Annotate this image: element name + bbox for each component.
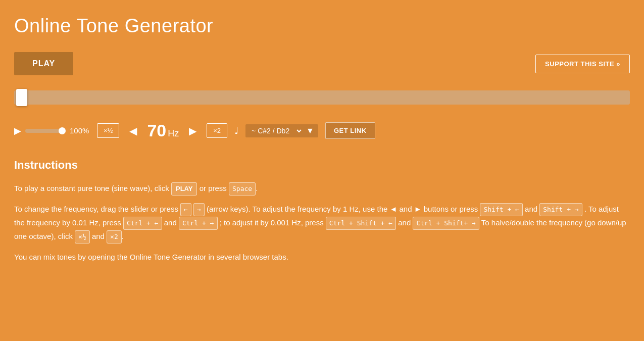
play-button[interactable]: PLAY xyxy=(14,52,73,75)
half-frequency-button[interactable]: ×½ xyxy=(97,123,119,138)
top-controls-row: PLAY SUPPORT THIS SITE » xyxy=(14,52,630,75)
shift-left-key: Shift + ← xyxy=(480,203,522,216)
ctrl-right-key: Ctrl + → xyxy=(179,217,218,230)
right-arrow-key: → xyxy=(193,203,205,216)
decrease-frequency-button[interactable]: ◀ xyxy=(126,123,140,139)
left-arrow-key: ← xyxy=(180,203,191,216)
music-note-icon: ♩ xyxy=(234,125,238,136)
frequency-unit: Hz xyxy=(168,128,179,139)
page-title: Online Tone Generator xyxy=(14,15,630,37)
note-dropdown[interactable]: ~ C#2 / Db2 ~ C2 ~ D2 ~ E2 ~ A4 / 440 Hz xyxy=(250,126,303,135)
support-button[interactable]: SUPPORT THIS SITE » xyxy=(535,55,630,73)
space-key: Space xyxy=(229,182,256,196)
get-link-button[interactable]: GET LINK xyxy=(325,122,375,139)
increase-frequency-button[interactable]: ▶ xyxy=(186,123,200,139)
instructions-section: Instructions To play a constant pure ton… xyxy=(14,159,630,264)
double-inline-key: ×2 xyxy=(107,230,122,243)
instructions-para2: To change the frequency, drag the slider… xyxy=(14,203,630,243)
ctrl-shift-left-key: Ctrl + Shift + ← xyxy=(326,217,396,230)
frequency-slider-container xyxy=(14,90,630,107)
frequency-slider[interactable] xyxy=(14,90,630,105)
instructions-title: Instructions xyxy=(14,159,630,172)
instructions-para1: To play a constant pure tone (sine wave)… xyxy=(14,182,630,196)
frequency-display: 70 Hz xyxy=(147,121,179,140)
play-inline-label: PLAY xyxy=(171,182,197,196)
volume-slider[interactable] xyxy=(25,129,66,133)
double-frequency-button[interactable]: ×2 xyxy=(207,123,227,138)
shift-right-key: Shift + → xyxy=(539,203,582,216)
ctrl-left-key: Ctrl + ← xyxy=(123,217,162,230)
ctrl-shift-right-key: Ctrl + Shift+ → xyxy=(413,217,479,230)
volume-percentage: 100% xyxy=(70,126,90,135)
dropdown-arrow-icon: ▼ xyxy=(306,126,314,135)
controls-row: ▶ 100% ×½ ◀ 70 Hz ▶ ×2 ♩ ~ C#2 / Db2 ~ C… xyxy=(14,121,630,140)
speaker-icon: ▶ xyxy=(14,125,21,136)
instructions-para3: You can mix tones by opening the Online … xyxy=(14,251,630,264)
half-inline-key: ×½ xyxy=(75,230,90,243)
note-select-wrapper: ~ C#2 / Db2 ~ C2 ~ D2 ~ E2 ~ A4 / 440 Hz… xyxy=(245,124,318,137)
frequency-value: 70 xyxy=(147,121,166,140)
volume-area: ▶ 100% xyxy=(14,125,90,136)
